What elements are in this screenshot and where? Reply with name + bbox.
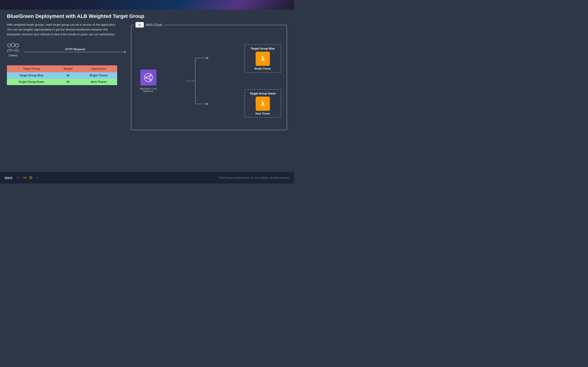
tg-blue-weight: 50 — [56, 72, 80, 79]
svg-line-11 — [149, 79, 150, 79]
tg-blue-title: Target Group Blue — [251, 47, 275, 50]
arrow-line — [24, 52, 126, 52]
clients-icon — [7, 43, 19, 53]
tg-blue-app: Bright Theme — [80, 72, 117, 79]
table-row-blue: Target Group Blue 50 Bright Theme — [7, 72, 117, 79]
footer-nav: ← ✏ ⧉ → — [16, 175, 39, 180]
lambda-green-icon: λ — [256, 97, 270, 111]
svg-marker-15 — [206, 57, 209, 59]
tg-green-app: Dark Theme — [80, 79, 117, 85]
aws-cloud-text: AWS Cloud — [146, 23, 162, 27]
slide-title: Blue/Green Deployment with ALB Weighted … — [7, 13, 287, 19]
lambda-green-symbol: λ — [261, 100, 265, 108]
aws-cloud-label: aws AWS Cloud — [134, 22, 164, 27]
col-header-target-group: Target Group — [7, 65, 56, 72]
nav-forward-icon[interactable]: → — [35, 175, 39, 180]
aws-footer-text: aws — [5, 175, 13, 180]
tg-blue-name: Target Group Blue — [7, 72, 56, 79]
table-header-row: Target Group Weight Application — [7, 65, 117, 72]
tg-green-name: Target Group Green — [7, 79, 56, 85]
target-group-green-box: Target Group Green λ Dark Theme — [244, 89, 281, 118]
target-group-blue-dashed: Target Group Blue λ Bright Theme — [244, 44, 281, 73]
svg-marker-17 — [206, 102, 209, 105]
nav-back-icon[interactable]: ← — [16, 175, 20, 180]
main-layout: With weighted target groups, each target… — [7, 23, 287, 167]
target-group-blue-box: Target Group Blue λ Bright Theme — [244, 44, 281, 73]
right-panel: aws AWS Cloud — [131, 23, 287, 167]
diagram-layout: Application Load Balancers — [135, 28, 284, 127]
slide-content: Blue/Green Deployment with ALB Weighted … — [0, 10, 294, 172]
svg-line-10 — [149, 76, 150, 76]
svg-point-1 — [15, 44, 19, 47]
svg-point-0 — [8, 44, 11, 47]
footer-left: aws ← ✏ ⧉ → — [5, 175, 39, 180]
aws-logo-small: aws — [136, 22, 144, 27]
tg-green-weight: 50 — [56, 79, 80, 85]
clients-label: Clients — [9, 54, 18, 57]
description-text: With weighted target groups, each target… — [7, 23, 117, 37]
nav-copy-icon[interactable]: ⧉ — [29, 175, 32, 180]
connections: Target Group Blue λ Bright Theme Target … — [160, 40, 281, 122]
target-group-green-dashed: Target Group Green λ Dark Theme — [244, 89, 281, 118]
alb-section: Application Load Balancers — [137, 69, 160, 92]
top-banner — [0, 0, 294, 10]
alb-icon — [143, 73, 153, 83]
tg-green-title: Target Group Green — [250, 92, 276, 95]
clients-row: Clients HTTP Request — [7, 43, 126, 57]
footer-copyright: © 2019, Amazon Web Services, Inc. or its… — [218, 177, 289, 179]
alb-box — [140, 69, 156, 85]
table-row-green: Target Group Green 50 Dark Theme — [7, 79, 117, 85]
lambda-blue-symbol: λ — [261, 55, 265, 63]
http-label: HTTP Request — [65, 48, 85, 51]
left-panel: With weighted target groups, each target… — [7, 23, 126, 167]
col-header-weight: Weight — [56, 65, 80, 72]
tg-green-app-label: Dark Theme — [256, 112, 270, 115]
table-container: Target Group Weight Application Target G… — [7, 65, 126, 85]
http-arrow: HTTP Request — [24, 48, 126, 52]
target-group-table: Target Group Weight Application Target G… — [7, 65, 117, 85]
aws-cloud-box: aws AWS Cloud — [131, 25, 287, 130]
lambda-blue-icon: λ — [256, 52, 270, 66]
col-header-application: Application — [80, 65, 117, 72]
aws-footer-logo: aws — [5, 175, 13, 180]
nav-edit-icon[interactable]: ✏ — [23, 175, 27, 180]
alb-label: Application Load Balancers — [137, 87, 160, 92]
tg-blue-app-label: Bright Theme — [255, 67, 271, 70]
clients-section: Clients — [7, 43, 19, 57]
footer: aws ← ✏ ⧉ → © 2019, Amazon Web Services,… — [0, 172, 294, 184]
svg-point-2 — [11, 43, 15, 47]
svg-point-7 — [145, 77, 147, 78]
